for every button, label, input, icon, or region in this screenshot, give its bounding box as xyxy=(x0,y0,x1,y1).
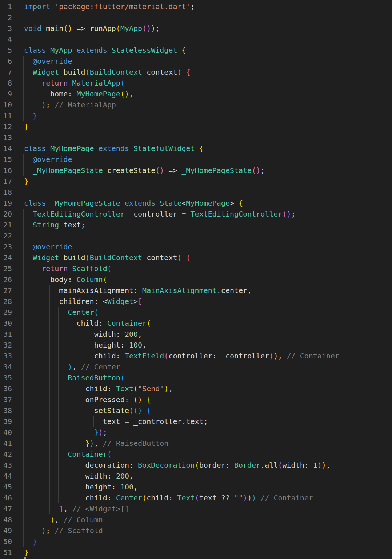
token-text: body: xyxy=(24,275,77,284)
line-number: 14 xyxy=(0,143,12,154)
code-line[interactable]: 13 xyxy=(0,132,392,143)
token-bracket: ) xyxy=(24,526,46,535)
token-text: width: xyxy=(24,330,125,338)
code-text: TextEditingController _controller = Text… xyxy=(24,209,392,219)
indent-guide xyxy=(23,329,24,340)
code-line[interactable]: 33 child: TextField(controller: _control… xyxy=(0,350,392,361)
token-type: Widget xyxy=(107,297,133,306)
code-line[interactable]: 15 @override xyxy=(0,154,392,165)
code-line[interactable]: 35 RaisedButton( xyxy=(0,372,392,383)
token-function: build xyxy=(63,68,85,76)
token-bracket: } xyxy=(24,537,37,546)
indent-guide xyxy=(23,165,24,176)
code-line[interactable]: 14class MyHomePage extends StatefulWidge… xyxy=(0,143,392,154)
code-line[interactable]: 23 @override xyxy=(0,241,392,252)
code-line[interactable]: 49 ); // Scaffold xyxy=(0,525,392,536)
code-line[interactable]: 27 mainAxisAlignment: MainAxisAlignment.… xyxy=(0,285,392,296)
token-bracket: () xyxy=(282,210,291,218)
code-line[interactable]: 51} xyxy=(0,547,392,558)
token-keyword: class xyxy=(24,46,50,55)
code-text: }), // RaisedButton xyxy=(24,438,392,449)
code-line[interactable]: 20 TextEditingController _controller = T… xyxy=(0,209,392,219)
code-line[interactable]: 48 ), // Column xyxy=(0,514,392,525)
token-type: MaterialApp xyxy=(72,79,120,87)
token-bracket: } xyxy=(24,122,28,131)
code-line[interactable]: 12} xyxy=(0,121,392,132)
code-line[interactable]: 9 home: MyHomePage(), xyxy=(0,88,392,99)
code-line[interactable]: 46 child: Center(child: Text(text ?? "")… xyxy=(0,492,392,503)
token-text: width: xyxy=(24,472,116,480)
code-line[interactable]: 28 children: <Widget>[ xyxy=(0,296,392,307)
line-number: 27 xyxy=(0,285,12,296)
token-bracket: () xyxy=(133,406,142,415)
token-type: String xyxy=(24,221,63,229)
code-line[interactable]: 4 xyxy=(0,34,392,45)
code-line[interactable]: 11 } xyxy=(0,110,392,121)
code-line[interactable]: 6 @override xyxy=(0,56,392,67)
code-line[interactable]: 1import 'package:flutter/material.dart'; xyxy=(0,1,392,12)
line-number: 30 xyxy=(0,318,12,329)
token-number: 100 xyxy=(129,341,142,349)
code-line[interactable]: 3void main() => runApp(MyApp()); xyxy=(0,23,392,34)
indent-guide xyxy=(23,307,24,318)
code-line[interactable]: 24 Widget build(BuildContext context) { xyxy=(0,252,392,263)
code-line[interactable]: 36 child: Text("Send"), xyxy=(0,383,392,394)
code-line[interactable]: 26 body: Column( xyxy=(0,274,392,285)
code-line[interactable]: 34 ), // Center xyxy=(0,361,392,372)
code-line[interactable]: 10 ); // MaterialApp xyxy=(0,99,392,110)
token-keyword: @override xyxy=(24,57,72,66)
code-line[interactable]: 42 Container( xyxy=(0,449,392,460)
code-line[interactable]: 37 onPressed: () { xyxy=(0,394,392,405)
code-line[interactable]: 16 _MyHomePageState createState() => _My… xyxy=(0,165,392,176)
code-line[interactable]: 30 child: Container( xyxy=(0,318,392,329)
code-line[interactable]: 39 text = _controller.text; xyxy=(0,416,392,427)
token-type: MyApp xyxy=(120,24,142,33)
line-number: 28 xyxy=(0,296,12,307)
closing-label: // RaisedButton xyxy=(103,439,169,448)
code-line[interactable]: 50 } xyxy=(0,536,392,547)
token-bracket: ( xyxy=(133,384,138,393)
code-line[interactable]: 47 ], // <Widget>[] xyxy=(0,503,392,514)
code-line[interactable]: 17} xyxy=(0,176,392,187)
code-line[interactable]: 5class MyApp extends StatelessWidget { xyxy=(0,45,392,56)
code-line[interactable]: 41 }), // RaisedButton xyxy=(0,438,392,449)
code-line[interactable]: 19class _MyHomePageState extends State<M… xyxy=(0,198,392,209)
code-line[interactable]: 2 xyxy=(0,12,392,23)
token-bracket: ) xyxy=(247,493,252,502)
code-line[interactable]: 45 height: 100, xyxy=(0,481,392,492)
token-type: Text xyxy=(177,493,195,502)
line-number: 12 xyxy=(0,121,12,132)
indent-guide xyxy=(23,318,24,329)
code-line[interactable]: 22 xyxy=(0,230,392,241)
code-text: decoration: BoxDecoration(border: Border… xyxy=(24,460,392,471)
token-keyword: @override xyxy=(24,242,72,251)
code-line[interactable]: 21 String text; xyxy=(0,219,392,230)
line-number: 31 xyxy=(0,329,12,340)
closing-label: // Column xyxy=(63,515,103,524)
line-number: 41 xyxy=(0,438,12,449)
code-line[interactable]: 29 Center( xyxy=(0,307,392,318)
token-number: 100 xyxy=(120,483,133,491)
token-bracket: } xyxy=(24,177,28,186)
code-line[interactable]: 38 setState(() { xyxy=(0,405,392,416)
token-text: ; xyxy=(46,100,55,109)
indent-guide xyxy=(23,536,24,547)
code-line[interactable]: 18 xyxy=(0,187,392,198)
code-text: body: Column( xyxy=(24,274,392,285)
code-line[interactable]: 7 Widget build(BuildContext context) { xyxy=(0,67,392,78)
token-bracket: { xyxy=(147,406,151,415)
line-number: 45 xyxy=(0,481,12,492)
code-line[interactable]: 44 width: 200, xyxy=(0,471,392,481)
code-text: width: 200, xyxy=(24,471,392,481)
code-line[interactable]: 31 width: 200, xyxy=(0,329,392,340)
token-bracket: ( xyxy=(120,373,125,382)
token-bracket: ( xyxy=(120,79,125,87)
indent-guide xyxy=(23,449,24,460)
code-line[interactable]: 40 }); xyxy=(0,427,392,438)
code-line[interactable]: 25 return Scaffold( xyxy=(0,263,392,274)
code-line[interactable]: 43 decoration: BoxDecoration(border: Bor… xyxy=(0,460,392,471)
token-bracket: } xyxy=(24,111,37,120)
code-line[interactable]: 32 height: 100, xyxy=(0,340,392,350)
code-line[interactable]: 8 return MaterialApp( xyxy=(0,78,392,88)
token-bracket: { xyxy=(186,68,191,76)
